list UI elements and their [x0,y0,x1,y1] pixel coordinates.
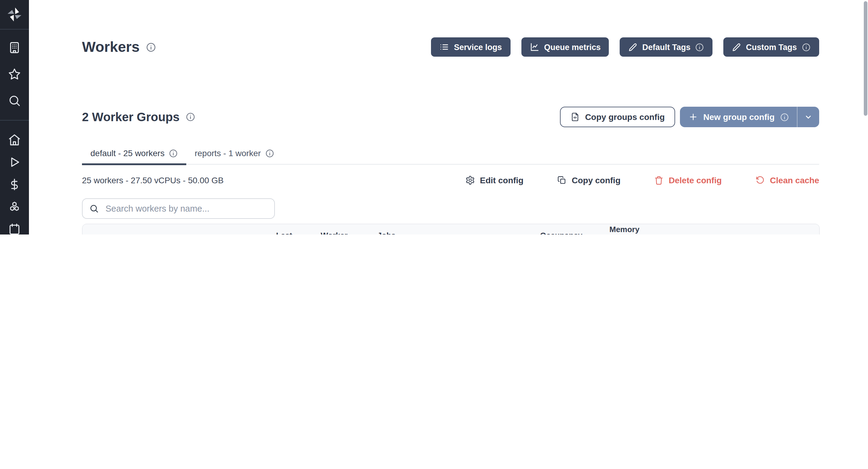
column-header: Limits [668,224,718,234]
pen-icon [732,42,741,52]
search-icon [89,204,99,214]
group-summary: 25 workers - 27.50 vCPUs - 50.00 GB [82,176,224,185]
button-label: Default Tags [642,42,690,52]
column-header: Liveness [765,224,820,234]
worker-search[interactable] [82,199,275,219]
worker-group-tabs: default - 25 workers reports - 1 worker [82,144,819,165]
new-group-config-button[interactable]: New group config [680,107,819,127]
worker-groups-title: 2 Worker Groups [82,110,180,124]
windmill-logo-icon[interactable] [0,0,29,29]
boxes-icon [8,200,21,213]
sidebar-item-resources[interactable] [5,197,24,216]
info-icon[interactable] [186,113,195,122]
sidebar [0,0,29,234]
button-label: Queue metrics [544,42,601,52]
default-tags-button[interactable]: Default Tags [620,37,713,57]
play-icon [8,156,21,169]
workers-table: WorkerWorker TagsLast pingWorker startJo… [82,224,820,234]
queue-metrics-button[interactable]: Queue metrics [521,37,609,57]
star-icon [8,67,21,81]
new-group-config-dropdown[interactable] [798,107,819,127]
column-header: Worker Tags [199,224,269,234]
list-icon [439,42,449,52]
plus-icon [688,113,698,122]
workers-table-head: WorkerWorker TagsLast pingWorker startJo… [83,224,820,234]
tab-label: default - 25 workers [90,149,164,158]
edit-config-button[interactable]: Edit config [465,176,524,185]
tab-label: reports - 1 worker [195,149,261,158]
info-icon[interactable] [780,113,789,122]
vertical-scrollbar[interactable] [864,1,867,116]
sidebar-item-search[interactable] [5,91,24,110]
sidebar-item-home[interactable] [5,130,24,150]
button-label: Custom Tags [746,42,797,52]
building-icon [8,41,21,54]
column-header: Last ping [269,224,313,234]
action-label: Edit config [480,176,524,185]
clean-cache-button[interactable]: Clean cache [755,176,819,185]
column-header: Occupancy rate [533,224,602,234]
search-icon [8,94,21,107]
column-header: Last job [412,224,533,234]
tab-reports[interactable]: reports - 1 worker [186,144,282,165]
sidebar-item-variables[interactable] [5,175,24,194]
pen-icon [628,42,638,52]
action-label: Delete config [669,176,722,185]
column-header: Worker [83,224,199,234]
header-buttons: Service logs Queue metrics Default Tags … [431,37,819,57]
column-header: Worker start [313,224,370,234]
gear-icon [465,176,475,185]
line-chart-icon [530,42,539,52]
copy-icon [557,176,567,185]
dollar-icon [8,178,21,191]
chevron-down-icon [804,113,813,122]
info-icon[interactable] [802,42,811,52]
custom-tags-button[interactable]: Custom Tags [724,37,819,57]
sidebar-item-runs[interactable] [5,153,24,172]
info-icon[interactable] [146,42,156,52]
page-header: Workers Service logs Queue metrics Defau… [82,28,819,66]
calendar-icon [8,222,21,234]
trash-icon [654,176,664,185]
home-icon [8,133,21,147]
page-title: Workers [82,37,140,57]
config-actions: Edit config Copy config Delete config Cl… [465,176,819,185]
column-header: Version [718,224,765,234]
sidebar-item-favorites[interactable] [5,64,24,84]
sidebar-item-workspace[interactable] [5,38,24,57]
sidebar-divider [0,120,29,121]
button-label: Copy groups config [585,113,664,122]
file-code-icon [570,113,580,122]
workers-page: Workers Service logs Queue metrics Defau… [0,0,868,234]
info-icon[interactable] [265,149,274,158]
delete-config-button[interactable]: Delete config [654,176,722,185]
group-summary-row: 25 workers - 27.50 vCPUs - 50.00 GB Edit… [82,176,819,185]
service-logs-button[interactable]: Service logs [431,37,510,57]
main-content: Workers Service logs Queue metrics Defau… [29,0,868,234]
info-icon[interactable] [695,42,704,52]
search-input[interactable] [104,204,268,214]
sidebar-item-schedules[interactable] [5,219,24,234]
button-label: Service logs [454,42,502,52]
info-icon[interactable] [169,149,178,158]
column-header: Memory usage(Windmill) [602,224,668,234]
copy-groups-config-button[interactable]: Copy groups config [560,107,675,127]
button-label: New group config [704,113,775,122]
sidebar-divider [0,29,29,30]
worker-groups-header: 2 Worker Groups Copy groups config New g… [82,100,819,134]
copy-config-button[interactable]: Copy config [557,176,621,185]
column-header: Jobs ran [370,224,412,234]
rotate-icon [755,176,765,185]
tab-default[interactable]: default - 25 workers [82,144,186,165]
action-label: Copy config [572,176,621,185]
action-label: Clean cache [770,176,819,185]
